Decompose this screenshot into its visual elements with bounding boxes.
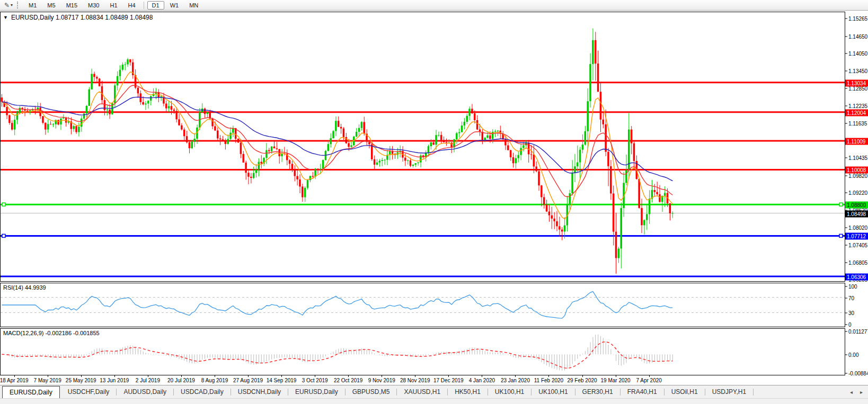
rsi-axis-tick: 0	[845, 322, 852, 328]
chart-tab-ger30-h1[interactable]: GER30,H1	[575, 385, 620, 398]
price-axis-tick: 1.14650	[845, 33, 867, 39]
chart-tab-usdjpy-h1[interactable]: USDJPY,H1	[705, 385, 753, 398]
date-axis-label: 3 Oct 2019	[302, 378, 328, 383]
date-tick-mark	[382, 375, 382, 377]
chart-tab-eurusd-daily[interactable]: EURUSD,Daily	[2, 386, 60, 398]
date-tick-mark	[649, 375, 650, 377]
date-tick-mark	[248, 375, 249, 377]
level-price-label: 1.13034	[845, 79, 868, 86]
line-handle[interactable]	[839, 234, 843, 237]
date-axis-label: 18 Apr 2019	[0, 378, 29, 383]
timeframe-button-h4[interactable]: H4	[123, 1, 140, 10]
date-tick-mark	[482, 375, 482, 377]
price-axis-tick: 1.10435	[845, 155, 867, 161]
timeframe-button-w1[interactable]: W1	[165, 1, 184, 10]
chart-tab-usdcnh-daily[interactable]: USDCNH,Daily	[231, 385, 288, 398]
price-axis: 1.152651.146501.140501.134501.128501.122…	[845, 11, 868, 385]
timeframe-button-m30[interactable]: M30	[83, 1, 104, 10]
line-handle[interactable]	[2, 203, 5, 206]
date-tick-mark	[114, 375, 115, 377]
date-tick-mark	[348, 375, 349, 377]
date-axis-label: 2 Jul 2019	[136, 378, 160, 383]
date-tick-mark	[315, 375, 315, 377]
level-price-label: 1.06306	[845, 273, 868, 280]
chart-tab-fra40-h1[interactable]: FRA40,H1	[621, 385, 664, 398]
chart-tab-gbpusd-m5[interactable]: GBPUSD,M5	[346, 385, 397, 398]
fast-ma	[2, 72, 672, 219]
price-chart-panel[interactable]: ▼ EURUSD,Daily 1.08717 1.08834 1.08489 1…	[0, 12, 845, 282]
date-axis-label: 28 Nov 2019	[400, 378, 430, 383]
level-price-label: 1.07712	[845, 233, 868, 240]
rsi-canvas[interactable]	[1, 283, 845, 327]
rsi-axis-tick: 100	[845, 284, 857, 290]
timeframe-button-mn[interactable]: MN	[184, 1, 203, 10]
price-axis-tick: 1.08020	[845, 225, 867, 230]
chart-tab-eurusd-daily[interactable]: EURUSD,Daily	[288, 385, 345, 398]
date-tick-mark	[148, 375, 148, 377]
draw-tool-button[interactable]: ✎ ▾	[2, 2, 15, 9]
date-axis-label: 20 Jul 2019	[167, 378, 195, 383]
timeframe-button-m5[interactable]: M5	[42, 1, 60, 10]
date-axis-label: 19 Mar 2020	[600, 378, 630, 383]
date-axis-label: 11 Feb 2020	[534, 378, 563, 383]
timeframe-button-d1[interactable]: D1	[147, 1, 164, 10]
macd-canvas[interactable]	[1, 329, 845, 375]
macd-signal-line	[2, 342, 672, 369]
date-axis-label: 7 May 2019	[34, 378, 61, 383]
rsi-axis-tick: 70	[845, 295, 854, 301]
chart-tab-xauusd-h1[interactable]: XAUUSD,H1	[397, 385, 447, 398]
tab-scroll-left[interactable]: ◂	[850, 389, 853, 395]
date-axis-label: 25 May 2019	[66, 378, 96, 383]
status-bar	[0, 398, 868, 404]
macd-axis-tick: 0.011277	[845, 329, 868, 335]
rsi-panel[interactable]: RSI(14) 44.9939	[0, 283, 845, 327]
date-axis-label: 8 Aug 2019	[201, 378, 228, 383]
chart-tab-usdchf-daily[interactable]: USDCHF,Daily	[61, 385, 117, 398]
price-axis-tick: 1.13450	[845, 68, 867, 74]
slow-ma	[2, 97, 672, 181]
chart-tab-hk50-h1[interactable]: HK50,H1	[448, 385, 488, 398]
macd-panel[interactable]: MACD(12,26,9) -0.002186 -0.001855	[0, 328, 845, 375]
line-handle[interactable]	[839, 203, 843, 206]
date-axis-label: 4 Jan 2020	[469, 378, 495, 383]
date-axis-label: 13 Jun 2019	[100, 378, 129, 383]
date-tick-mark	[548, 375, 549, 377]
price-chart-canvas[interactable]	[1, 12, 845, 281]
level-price-label: 1.08800	[845, 202, 868, 209]
toolbar-grip[interactable]	[17, 2, 20, 8]
timeframe-button-m15[interactable]: M15	[61, 1, 82, 10]
level-price-label: 1.08498	[845, 210, 868, 217]
top-toolbar: ✎ ▾ M1M5M15M30H1H4D1W1MN	[0, 0, 868, 11]
timeframe-button-m1[interactable]: M1	[24, 1, 41, 10]
timeframe-button-h1[interactable]: H1	[105, 1, 122, 10]
date-tick-mark	[582, 375, 583, 377]
price-axis-tick: 1.07405	[845, 243, 867, 248]
date-tick-mark	[181, 375, 182, 377]
chart-tabs-bar: EURUSD,DailyUSDCHF,DailyAUDUSD,DailyUSDC…	[0, 385, 868, 398]
date-axis-label: 7 Apr 2020	[636, 378, 661, 383]
date-axis-label: 17 Dec 2019	[433, 378, 464, 383]
rsi-line	[2, 292, 672, 319]
date-tick-mark	[48, 375, 48, 377]
date-tick-mark	[81, 375, 82, 377]
chart-tab-uk100-h1[interactable]: UK100,H1	[532, 385, 574, 398]
level-price-label: 1.10008	[845, 167, 868, 174]
price-axis-tick: 1.06805	[845, 259, 867, 265]
date-axis-label: 9 Nov 2019	[368, 378, 395, 383]
date-tick-mark	[448, 375, 449, 377]
chart-tab-uk100-h1[interactable]: UK100,H1	[488, 385, 531, 398]
tab-scroll-right[interactable]: ▸	[860, 389, 863, 395]
date-tick-mark	[616, 375, 616, 377]
date-tick-mark	[515, 375, 516, 377]
date-axis: 18 Apr 20197 May 201925 May 201913 Jun 2…	[0, 375, 845, 385]
date-axis-label: 14 Sep 2019	[267, 378, 297, 383]
date-axis-label: 27 Aug 2019	[233, 378, 263, 383]
date-axis-label: 29 Feb 2020	[567, 378, 597, 383]
chart-tab-usdcad-daily[interactable]: USDCAD,Daily	[174, 385, 231, 398]
line-handle[interactable]	[2, 234, 5, 237]
chart-tab-usoil-h1[interactable]: USOil,H1	[665, 385, 705, 398]
chart-tab-audusd-daily[interactable]: AUDUSD,Daily	[117, 385, 173, 398]
rsi-axis-tick: 30	[845, 310, 854, 316]
date-axis-label: 22 Oct 2019	[334, 378, 362, 383]
date-axis-label: 23 Jan 2020	[501, 378, 530, 383]
